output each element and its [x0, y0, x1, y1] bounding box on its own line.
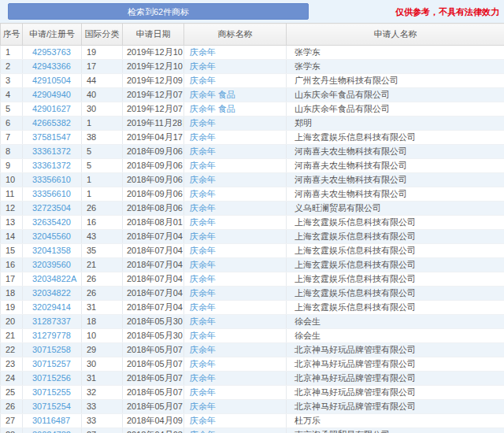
reg-no-link[interactable]: 32039560	[23, 260, 71, 269]
topbar: 检索到62件商标 仅供参考，不具有法律效力	[0, 0, 504, 23]
row-date: 2018年07月04日	[123, 302, 184, 312]
reg-no-link[interactable]: 42943366	[23, 61, 71, 71]
reg-no-link[interactable]: 32041358	[23, 246, 71, 255]
trademark-name-link[interactable]: 庆余年	[184, 302, 216, 312]
reg-no-link[interactable]: 30024782	[23, 430, 71, 433]
trademark-name-link[interactable]: 庆余年	[184, 260, 216, 269]
reg-no-link[interactable]: 30715257	[23, 359, 71, 368]
trademark-name-link[interactable]: 庆余年	[184, 387, 216, 397]
row-seq: 7	[1, 132, 10, 142]
reg-no-link[interactable]: 33361372	[23, 161, 71, 170]
trademark-name-link[interactable]: 庆余年	[184, 416, 216, 425]
row-date: 2018年04月03日	[123, 430, 184, 433]
trademark-name-link[interactable]: 庆余年	[184, 217, 216, 227]
trademark-name-link[interactable]: 庆余年	[184, 146, 216, 156]
trademark-name-link[interactable]: 庆余年	[184, 345, 216, 354]
trademark-name-link[interactable]: 庆余年 食品	[184, 104, 235, 113]
row-intl-class: 40	[82, 90, 96, 99]
reg-no-link[interactable]: 30715256	[23, 373, 71, 383]
reg-no-link[interactable]: 42665382	[23, 118, 71, 128]
trademark-name-link[interactable]: 庆余年	[184, 288, 216, 298]
reg-no-link[interactable]: 30116487	[23, 416, 70, 425]
row-date: 2019年12月07日	[123, 104, 184, 113]
trademark-name-link[interactable]: 庆余年	[184, 316, 216, 326]
trademark-name-link[interactable]: 庆余年	[184, 61, 216, 71]
row-applicant: 徐会生	[287, 331, 321, 340]
row-seq: 10	[1, 175, 15, 184]
trademark-name-link[interactable]: 庆余年	[184, 274, 216, 283]
col-header-date: 申请日期	[123, 24, 184, 46]
trademark-results-table: 序号 申请/注册号 国际分类 申请日期 商标名称 申请人名称 1 4295376…	[0, 23, 504, 433]
row-applicant: 北京神马好玩品牌管理有限公司	[287, 387, 416, 397]
reg-no-link[interactable]: 32034822A	[23, 274, 76, 283]
row-date: 2018年07月04日	[123, 274, 184, 283]
reg-no-link[interactable]: 31287337	[23, 316, 71, 326]
table-row: 18 32034822 26 2018年07月04日 庆余年 上海玄霆娱乐信息科…	[1, 287, 504, 301]
reg-no-link[interactable]: 30715254	[23, 402, 71, 411]
row-applicant: 郑明	[287, 118, 312, 128]
reg-no-link[interactable]: 33361372	[23, 146, 71, 156]
trademark-name-link[interactable]: 庆余年	[184, 189, 216, 198]
reg-no-link[interactable]: 32635420	[23, 217, 71, 227]
trademark-name-link[interactable]: 庆余年	[184, 246, 216, 255]
trademark-search-results-page: 检索到62件商标 仅供参考，不具有法律效力 序号 申请/注册号 国际分类 申请日…	[0, 0, 504, 433]
reg-no-link[interactable]: 42953763	[23, 47, 71, 57]
table-row: 1 42953763 19 2019年12月10日 庆余年 张学东	[1, 46, 504, 60]
trademark-name-link[interactable]: 庆余年	[184, 47, 216, 57]
trademark-name-link[interactable]: 庆余年	[184, 359, 216, 368]
reg-no-link[interactable]: 32034822	[23, 288, 71, 298]
row-intl-class: 18	[82, 316, 96, 326]
reg-no-link[interactable]: 32029414	[23, 302, 71, 312]
reg-no-link[interactable]: 31279778	[23, 331, 71, 340]
trademark-name-link[interactable]: 庆余年	[184, 118, 216, 128]
row-intl-class: 43	[82, 231, 96, 241]
reg-no-link[interactable]: 42901627	[23, 104, 71, 113]
result-count-button[interactable]: 检索到62件商标	[8, 3, 309, 20]
row-date: 2018年05月07日	[123, 387, 184, 397]
reg-no-link[interactable]: 37581547	[23, 132, 71, 142]
row-seq: 27	[1, 416, 15, 425]
row-seq: 28	[1, 430, 15, 433]
trademark-name-link[interactable]: 庆余年	[184, 373, 216, 383]
row-seq: 18	[1, 288, 15, 298]
trademark-name-link[interactable]: 庆余年	[184, 430, 216, 433]
reg-no-link[interactable]: 32045560	[23, 231, 71, 241]
trademark-name-link[interactable]: 庆余年	[184, 331, 216, 340]
row-seq: 9	[1, 161, 10, 170]
reg-no-link[interactable]: 32723504	[23, 203, 71, 213]
row-seq: 17	[1, 274, 15, 283]
row-date: 2018年07月04日	[123, 231, 184, 241]
table-row: 4 42904940 40 2019年12月07日 庆余年 食品 山东庆余年食品…	[1, 88, 504, 102]
trademark-name-link[interactable]: 庆余年	[184, 76, 216, 85]
row-applicant: 北京神马好玩品牌管理有限公司	[287, 345, 416, 354]
table-row: 24 30715256 31 2018年05月07日 庆余年 北京神马好玩品牌管…	[1, 372, 504, 386]
reg-no-link[interactable]: 30715255	[23, 387, 71, 397]
trademark-name-link[interactable]: 庆余年 食品	[184, 90, 235, 99]
row-date: 2018年05月07日	[123, 345, 184, 354]
reg-no-link[interactable]: 42904940	[23, 90, 71, 99]
row-intl-class: 33	[82, 402, 96, 411]
trademark-name-link[interactable]: 庆余年	[184, 402, 216, 411]
row-date: 2018年05月30日	[123, 331, 184, 340]
table-row: 16 32039560 21 2018年07月04日 庆余年 上海玄霆娱乐信息科…	[1, 258, 504, 272]
reg-no-link[interactable]: 33356610	[23, 175, 71, 184]
trademark-name-link[interactable]: 庆余年	[184, 175, 216, 184]
row-seq: 11	[1, 189, 14, 198]
reg-no-link[interactable]: 42910504	[23, 76, 71, 85]
row-applicant: 上海玄霆娱乐信息科技有限公司	[287, 302, 416, 312]
row-seq: 26	[1, 402, 15, 411]
reg-no-link[interactable]: 30715258	[23, 345, 71, 354]
trademark-name-link[interactable]: 庆余年	[184, 203, 216, 213]
row-seq: 5	[1, 104, 10, 113]
row-applicant: 上海玄霆娱乐信息科技有限公司	[287, 217, 416, 227]
trademark-name-link[interactable]: 庆余年	[184, 161, 216, 170]
trademark-name-link[interactable]: 庆余年	[184, 132, 216, 142]
reg-no-link[interactable]: 33356610	[23, 189, 71, 198]
row-seq: 2	[1, 61, 10, 71]
table-row: 21 31279778 10 2018年05月30日 庆余年 徐会生	[1, 329, 504, 343]
row-applicant: 上海玄霆娱乐信息科技有限公司	[287, 288, 416, 298]
table-row: 10 33356610 1 2018年09月06日 庆余年 河南喜夫农生物科技有…	[1, 173, 504, 187]
row-intl-class: 17	[82, 61, 96, 71]
row-intl-class: 10	[82, 331, 96, 340]
trademark-name-link[interactable]: 庆余年	[184, 231, 216, 241]
